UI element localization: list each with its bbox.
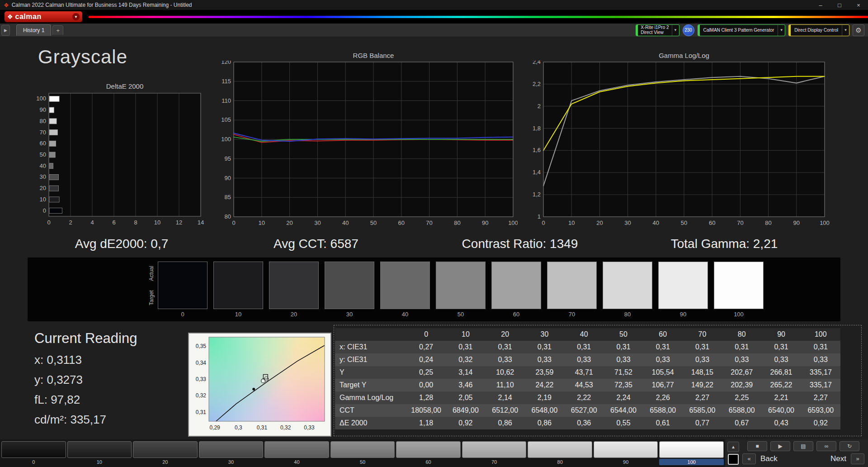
level-patch-swatch[interactable]	[199, 441, 264, 458]
level-patch-button-10[interactable]: 10	[67, 441, 132, 465]
eject-button[interactable]: ▲	[727, 442, 739, 452]
svg-text:0: 0	[43, 207, 46, 214]
table-cell: 2,25	[722, 391, 761, 404]
chevron-down-icon[interactable]: ▼	[842, 25, 849, 36]
svg-text:0,32: 0,32	[280, 424, 291, 431]
level-patch-swatch[interactable]	[1, 441, 66, 458]
level-patch-button-30[interactable]: 30	[199, 441, 264, 465]
table-cell: 6544,00	[604, 404, 643, 417]
next-chevrons-icon[interactable]: »	[851, 453, 864, 464]
svg-text:10: 10	[259, 219, 265, 226]
table-cell: 266,81	[761, 366, 801, 379]
table-row: ΔE 20001,180,920,860,860,360,550,610,770…	[335, 417, 840, 429]
table-cell: 0,43	[761, 417, 801, 429]
level-patch-label: 80	[528, 459, 592, 465]
level-patch-label: 0	[1, 459, 66, 465]
table-cell: 149,22	[683, 379, 722, 391]
level-patch-swatch[interactable]	[67, 441, 132, 458]
level-patch-label: 70	[462, 459, 527, 465]
svg-text:100: 100	[508, 219, 518, 226]
add-tab-button[interactable]: +	[52, 25, 63, 35]
table-cell: 43,71	[564, 366, 604, 379]
table-row: x: CIE310,270,310,310,310,310,310,310,31…	[335, 341, 840, 353]
chevron-down-icon[interactable]: ▼	[778, 25, 785, 36]
table-cell: 24,22	[525, 379, 564, 391]
minimize-button[interactable]: –	[811, 0, 830, 10]
display-control-dropdown[interactable]: Direct Display Control ▼	[788, 24, 849, 36]
next-button[interactable]: Next	[830, 454, 846, 463]
level-patch-button-60[interactable]: 60	[396, 441, 461, 465]
table-row-label: x: CIE31	[335, 341, 406, 353]
grayscale-page: Grayscale DeltaE 2000 024681012140102030…	[0, 37, 868, 439]
level-patch-swatch[interactable]	[594, 441, 658, 458]
stat-total-gamma: Total Gamma: 2,21	[671, 237, 778, 251]
level-patch-swatch[interactable]	[133, 441, 198, 458]
tab-history-1[interactable]: History 1	[16, 24, 51, 36]
continuous-measure-button[interactable]: ∞	[816, 441, 836, 451]
level-patch-button-20[interactable]: 20	[133, 441, 198, 465]
level-patch-button-90[interactable]: 90	[594, 441, 658, 465]
pattern-window-button[interactable]	[728, 454, 739, 465]
pattern-main-controls: ■ ▶ ▤ ∞ ↻ « Back Next »	[741, 439, 868, 467]
level-patch-label: 60	[396, 459, 461, 465]
level-patch-swatch[interactable]	[462, 441, 527, 458]
refresh-button[interactable]: ↻	[840, 441, 859, 451]
level-patch-label: 100	[659, 459, 724, 465]
current-reading-y: y: 0,3273	[34, 373, 137, 387]
svg-text:2,2: 2,2	[533, 81, 541, 87]
table-cell: 0,92	[446, 417, 485, 429]
expand-panel-button[interactable]: ▶	[1, 25, 10, 36]
level-patch-swatch[interactable]	[330, 441, 395, 458]
table-cell: 202,67	[722, 366, 761, 379]
svg-text:90: 90	[482, 219, 488, 226]
brand-menu-chevron-icon[interactable]: ▼	[72, 13, 80, 20]
pattern-generator-dropdown[interactable]: CalMAN Client 3 Pattern Generator ▼	[698, 24, 786, 36]
calman-logo-button[interactable]: ❖ calman ▼	[5, 11, 82, 22]
save-button[interactable]: ▤	[793, 441, 813, 451]
level-patch-button-100[interactable]: 100	[659, 441, 724, 465]
grayscale-swatch-10	[213, 262, 263, 309]
swatch-level-label: 80	[603, 311, 652, 318]
table-cell: 0,67	[722, 417, 761, 429]
deltae-chart-title: DeltaE 2000	[49, 82, 201, 91]
svg-text:85: 85	[225, 194, 231, 200]
level-patch-swatch[interactable]	[659, 441, 724, 458]
svg-text:10: 10	[568, 219, 575, 226]
titlebar: ❖ Calman 2022 Calman Ultimate for Busine…	[0, 0, 868, 10]
maximize-button[interactable]: □	[830, 0, 849, 10]
back-button[interactable]: Back	[760, 454, 778, 463]
close-button[interactable]: ×	[849, 0, 868, 10]
play-button[interactable]: ▶	[770, 441, 790, 451]
swatch-level-label: 40	[380, 311, 430, 318]
level-patch-swatch[interactable]	[264, 441, 329, 458]
table-header-row: 0102030405060708090100	[335, 328, 840, 341]
level-patch-button-40[interactable]: 40	[264, 441, 329, 465]
chevron-down-icon[interactable]: ▼	[672, 25, 679, 36]
level-patch-button-70[interactable]: 70	[462, 441, 527, 465]
table-row-label: CCT	[335, 404, 406, 417]
table-column-header: 90	[761, 328, 801, 341]
back-chevrons-icon[interactable]: «	[742, 453, 756, 464]
level-patch-button-80[interactable]: 80	[528, 441, 592, 465]
level-patch-label: 40	[264, 459, 329, 465]
level-patch-button-50[interactable]: 50	[330, 441, 395, 465]
level-patch-swatch[interactable]	[396, 441, 461, 458]
current-reading-fl: fL: 97,82	[34, 393, 137, 407]
svg-text:100: 100	[36, 95, 46, 102]
meter-dropdown[interactable]: X-Rite i1Pro 2 Direct View ▼	[636, 24, 679, 36]
stat-avg-cct: Avg CCT: 6587	[274, 237, 359, 251]
grayscale-swatch-30	[325, 262, 374, 309]
meter-badge: 230	[683, 24, 694, 36]
settings-gear-button[interactable]: ⚙	[853, 24, 864, 36]
level-patch-swatch[interactable]	[528, 441, 592, 458]
table-cell: 6540,00	[761, 404, 801, 417]
level-patch-button-0[interactable]: 0	[1, 441, 66, 465]
svg-text:30: 30	[314, 219, 321, 226]
svg-text:80: 80	[765, 219, 771, 226]
table-cell: 2,19	[525, 391, 564, 404]
deltae-chart-block: DeltaE 2000 0246810121401020304050607080…	[33, 82, 204, 229]
toolbar: ▶ History 1 + X-Rite i1Pro 2 Direct View…	[0, 24, 868, 37]
svg-text:0: 0	[47, 219, 50, 226]
svg-text:6: 6	[112, 219, 115, 226]
stop-button[interactable]: ■	[747, 441, 767, 451]
